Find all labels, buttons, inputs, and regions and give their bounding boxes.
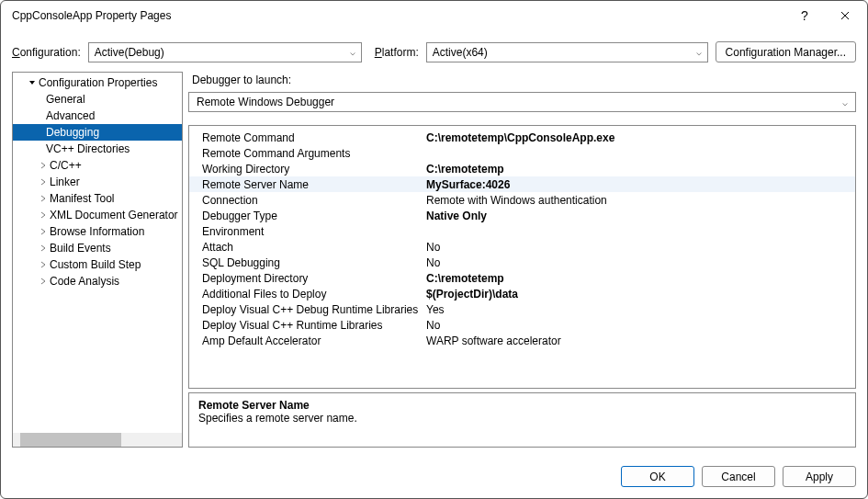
tree-h-scrollbar[interactable] xyxy=(13,433,182,447)
collapsed-icon xyxy=(37,261,50,268)
property-value[interactable]: Remote with Windows authentication xyxy=(426,194,855,207)
debugger-launch-label: Debugger to launch: xyxy=(192,74,856,86)
tree-item[interactable]: XML Document Generator xyxy=(13,207,183,223)
property-name: Connection xyxy=(202,194,426,207)
configuration-value: Active(Debug) xyxy=(95,46,164,59)
tree-item-label: Custom Build Step xyxy=(50,258,141,271)
help-button[interactable]: ? xyxy=(784,2,825,29)
property-name: Attach xyxy=(202,241,426,254)
tree-item-label: VC++ Directories xyxy=(46,142,130,155)
collapsed-icon xyxy=(37,278,50,285)
property-name: Environment xyxy=(202,225,426,238)
property-row[interactable]: Additional Files to Deploy$(ProjectDir)\… xyxy=(189,286,855,301)
titlebar: CppConsoleApp Property Pages ? xyxy=(1,1,867,30)
cancel-label: Cancel xyxy=(721,471,755,483)
tree-item[interactable]: Build Events xyxy=(13,240,183,256)
tree-item-label: XML Document Generator xyxy=(50,209,178,221)
property-row[interactable]: AttachNo xyxy=(189,239,855,255)
property-value[interactable]: Yes xyxy=(426,303,855,316)
tree-item[interactable]: Manifest Tool xyxy=(13,190,183,207)
tree-item[interactable]: C/C++ xyxy=(13,157,183,174)
tree-item[interactable]: Browse Information xyxy=(13,223,183,240)
tree-item-label: Debugging xyxy=(46,126,99,139)
property-value[interactable]: C:\remotetemp xyxy=(426,163,855,176)
property-name: Debugger Type xyxy=(202,210,426,222)
window-title: CppConsoleApp Property Pages xyxy=(12,9,784,22)
property-row[interactable]: Deployment DirectoryC:\remotetemp xyxy=(189,270,855,286)
property-row[interactable]: Environment xyxy=(189,223,855,239)
property-row[interactable]: Deploy Visual C++ Debug Runtime Librarie… xyxy=(189,301,855,317)
chevron-down-icon: ⌵ xyxy=(696,47,702,57)
property-row[interactable]: ConnectionRemote with Windows authentica… xyxy=(189,192,855,208)
collapsed-icon xyxy=(37,195,50,202)
property-row[interactable]: Working DirectoryC:\remotetemp xyxy=(189,161,855,176)
property-row[interactable]: SQL DebuggingNo xyxy=(189,255,855,270)
property-value[interactable]: Native Only xyxy=(426,210,855,222)
tree-item[interactable]: General xyxy=(13,91,183,108)
configuration-manager-button[interactable]: Configuration Manager... xyxy=(716,41,856,62)
property-value[interactable]: $(ProjectDir)\data xyxy=(426,288,855,301)
tree-item[interactable]: VC++ Directories xyxy=(13,141,183,157)
property-row[interactable]: Deploy Visual C++ Runtime LibrariesNo xyxy=(189,317,855,333)
property-name: SQL Debugging xyxy=(202,256,426,269)
close-button[interactable] xyxy=(825,2,865,29)
config-bar: Configuration: Active(Debug) ⌵ Platform:… xyxy=(1,30,867,72)
tree-item-label: Build Events xyxy=(50,242,111,255)
right-panel: Debugger to launch: Remote Windows Debug… xyxy=(188,72,856,448)
tree-item[interactable]: Configuration Properties xyxy=(13,74,183,91)
configuration-manager-label: Configuration Manager... xyxy=(726,46,846,59)
property-row[interactable]: Remote Command Arguments xyxy=(189,145,855,161)
tree-item-label: Code Analysis xyxy=(50,275,119,288)
collapsed-icon xyxy=(37,162,50,169)
description-text: Specifies a remote server name. xyxy=(198,412,846,425)
collapsed-icon xyxy=(37,228,50,235)
property-row[interactable]: Remote CommandC:\remotetemp\CppConsoleAp… xyxy=(189,130,855,145)
debugger-launch-combo[interactable]: Remote Windows Debugger ⌵ xyxy=(188,92,856,112)
dialog-footer: OK Cancel Apply xyxy=(1,455,867,498)
property-name: Remote Command Arguments xyxy=(202,147,426,160)
collapsed-icon xyxy=(37,211,50,219)
platform-label: Platform: xyxy=(375,46,419,59)
property-value[interactable]: No xyxy=(426,319,855,332)
property-value[interactable]: MySurface:4026 xyxy=(426,178,855,191)
property-row[interactable]: Amp Default AcceleratorWARP software acc… xyxy=(189,333,855,348)
debugger-launch-value: Remote Windows Debugger xyxy=(197,96,334,108)
property-value[interactable]: WARP software accelerator xyxy=(426,335,855,347)
ok-button[interactable]: OK xyxy=(621,466,694,487)
collapsed-icon xyxy=(37,178,50,186)
description-title: Remote Server Name xyxy=(198,399,846,412)
property-grid[interactable]: Remote CommandC:\remotetemp\CppConsoleAp… xyxy=(188,125,856,389)
collapsed-icon xyxy=(37,244,50,252)
main-body: Configuration PropertiesGeneralAdvancedD… xyxy=(1,72,867,455)
tree-h-scroll-thumb[interactable] xyxy=(20,433,121,447)
apply-label: Apply xyxy=(806,471,833,483)
tree-item[interactable]: Linker xyxy=(13,174,183,190)
property-value[interactable]: No xyxy=(426,241,855,254)
property-value[interactable]: C:\remotetemp\CppConsoleApp.exe xyxy=(426,131,855,144)
tree-item-label: C/C++ xyxy=(50,159,82,172)
tree-item[interactable]: Debugging xyxy=(13,124,183,141)
tree-item-label: Manifest Tool xyxy=(50,192,114,205)
tree-item-label: Browse Information xyxy=(50,225,144,238)
property-value[interactable]: No xyxy=(426,256,855,269)
property-value[interactable]: C:\remotetemp xyxy=(426,272,855,285)
expanded-icon xyxy=(26,79,39,86)
tree-item-label: General xyxy=(46,93,85,106)
configuration-label: Configuration: xyxy=(12,46,81,59)
tree-item-label: Configuration Properties xyxy=(39,76,157,89)
apply-button[interactable]: Apply xyxy=(783,466,856,487)
tree-item[interactable]: Custom Build Step xyxy=(13,256,183,273)
tree-item[interactable]: Code Analysis xyxy=(13,273,183,289)
configuration-combo[interactable]: Active(Debug) ⌵ xyxy=(88,42,362,62)
property-name: Remote Command xyxy=(202,131,426,144)
tree-item[interactable]: Advanced xyxy=(13,108,183,124)
chevron-down-icon: ⌵ xyxy=(350,47,355,57)
cancel-button[interactable]: Cancel xyxy=(702,466,775,487)
property-row[interactable]: Debugger TypeNative Only xyxy=(189,208,855,223)
platform-value: Active(x64) xyxy=(433,46,488,59)
property-name: Additional Files to Deploy xyxy=(202,288,426,301)
description-panel: Remote Server Name Specifies a remote se… xyxy=(188,392,856,448)
property-row[interactable]: Remote Server NameMySurface:4026 xyxy=(189,176,855,192)
nav-tree[interactable]: Configuration PropertiesGeneralAdvancedD… xyxy=(12,72,183,448)
platform-combo[interactable]: Active(x64) ⌵ xyxy=(426,42,708,62)
